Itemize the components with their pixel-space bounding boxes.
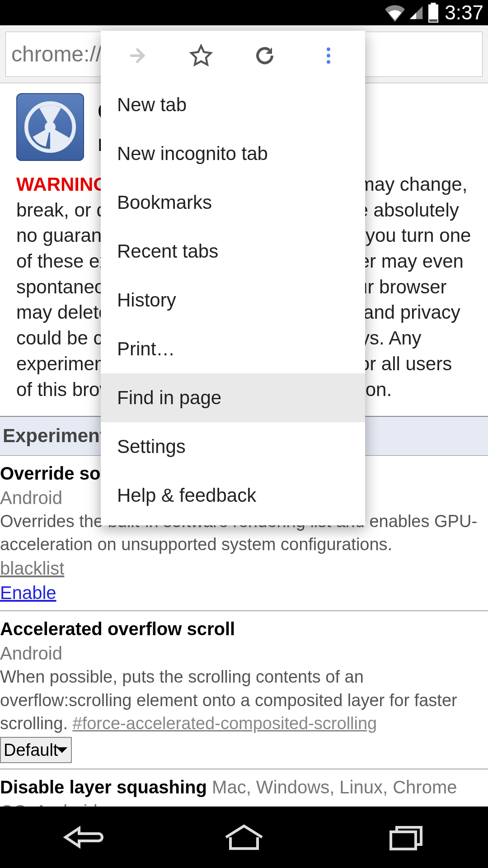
omnibox-url: chrome://fl — [11, 42, 113, 66]
menu-item-help-feedback[interactable]: Help & feedback — [101, 471, 365, 520]
recent-apps-button[interactable] — [380, 821, 434, 853]
menu-item-find-in-page[interactable]: Find in page — [101, 373, 365, 422]
flag-enable-link[interactable]: Enable — [0, 583, 56, 603]
menu-item-settings[interactable]: Settings — [101, 422, 365, 471]
status-icons — [385, 3, 439, 23]
flag-anchor[interactable]: blacklist — [0, 558, 64, 578]
reload-icon[interactable] — [249, 45, 281, 66]
menu-item-print-[interactable]: Print… — [101, 325, 365, 373]
experiments-header-text: Experiments — [0, 425, 117, 446]
menu-icon-row — [101, 31, 365, 80]
flag-hash[interactable]: #force-accelerated-composited-scrolling — [73, 714, 377, 733]
forward-icon[interactable] — [122, 45, 153, 66]
star-icon[interactable] — [185, 44, 217, 67]
flag-item: Disable layer squashing Mac, Windows, Li… — [0, 769, 488, 807]
flag-title: Disable layer squashing — [0, 777, 207, 797]
overflow-menu: New tabNew incognito tabBookmarksRecent … — [101, 31, 365, 525]
menu-item-new-incognito-tab[interactable]: New incognito tab — [101, 129, 365, 178]
wifi-icon — [385, 3, 405, 23]
svg-point-5 — [327, 60, 330, 64]
more-vert-icon[interactable] — [313, 45, 344, 66]
flag-platform: Android — [0, 641, 488, 665]
flag-desc: When possible, puts the scrolling conten… — [0, 665, 488, 735]
menu-item-recent-tabs[interactable]: Recent tabs — [101, 227, 365, 276]
home-button[interactable] — [217, 821, 271, 853]
flag-select[interactable]: Default — [0, 737, 72, 763]
back-button[interactable] — [54, 821, 108, 853]
menu-item-new-tab[interactable]: New tab — [101, 80, 365, 129]
clock: 3:37 — [445, 1, 483, 24]
flag-title: Accelerated overflow scroll — [0, 617, 488, 641]
flag-item: Accelerated overflow scroll Android When… — [0, 611, 488, 769]
menu-item-bookmarks[interactable]: Bookmarks — [101, 178, 365, 227]
system-navbar — [0, 807, 488, 868]
cell-icon — [408, 3, 424, 23]
svg-rect-6 — [391, 832, 416, 849]
warning-label: WARNING — [16, 174, 108, 195]
svg-point-4 — [327, 54, 330, 57]
status-bar: 3:37 — [0, 0, 488, 25]
svg-point-3 — [327, 47, 330, 51]
svg-rect-0 — [429, 19, 437, 22]
battery-icon — [427, 3, 439, 23]
radiation-icon — [16, 93, 84, 161]
menu-item-history[interactable]: History — [101, 276, 365, 325]
